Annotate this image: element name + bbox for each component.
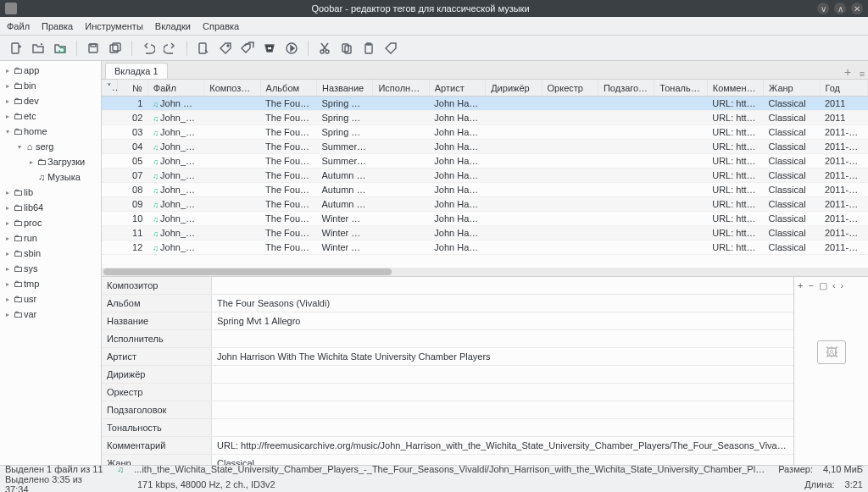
tree-item-run[interactable]: ▸🗀run bbox=[0, 230, 101, 246]
detail-value[interactable]: URL: http://freemusicarchive.org/music/J… bbox=[212, 437, 793, 454]
table-row[interactable]: 11♫John_Harri...The Four Sea...Winter Mv… bbox=[102, 226, 868, 240]
save-all-icon[interactable] bbox=[106, 39, 125, 58]
column-header[interactable]: Файл bbox=[147, 80, 203, 97]
table-row[interactable]: 09♫John_Harri...The Four Sea...Autumn Mv… bbox=[102, 197, 868, 212]
table-row[interactable]: 02♫John_Harri...The Four Sea...Spring Mv… bbox=[102, 111, 868, 125]
column-header[interactable]: Подзаголовок bbox=[598, 80, 654, 97]
expand-icon[interactable]: ▸ bbox=[3, 204, 12, 212]
tree-item-bin[interactable]: ▸🗀bin bbox=[0, 78, 101, 93]
minimize-icon[interactable]: ∨ bbox=[817, 3, 829, 14]
detail-value[interactable]: John Harrison With The Wichita State Uni… bbox=[212, 348, 793, 365]
expand-icon[interactable]: ▸ bbox=[3, 82, 12, 90]
detail-value[interactable] bbox=[212, 401, 793, 418]
play-icon[interactable] bbox=[282, 39, 301, 58]
maximize-icon[interactable]: ∧ bbox=[834, 3, 846, 14]
tag-multi-icon[interactable] bbox=[238, 39, 257, 58]
column-header[interactable]: Тональность bbox=[654, 80, 707, 97]
tree-item-var[interactable]: ▸🗀var bbox=[0, 307, 101, 322]
art-add-icon[interactable]: + bbox=[798, 280, 803, 291]
detail-row-conductor[interactable]: Дирижёр bbox=[102, 366, 793, 384]
expand-icon[interactable]: ▸ bbox=[3, 113, 12, 120]
detail-row-orchestra[interactable]: Оркестр bbox=[102, 384, 793, 401]
detail-row-artist[interactable]: АртистJohn Harrison With The Wichita Sta… bbox=[102, 348, 793, 366]
detail-row-album[interactable]: АльбомThe Four Seasons (Vivaldi) bbox=[102, 295, 793, 312]
column-header[interactable]: Композитор bbox=[204, 80, 260, 97]
tag-icon[interactable] bbox=[216, 39, 235, 58]
column-header[interactable]: Исполнитель bbox=[373, 80, 429, 97]
detail-row-composer[interactable]: Композитор bbox=[102, 277, 793, 295]
expand-icon[interactable]: ▸ bbox=[3, 219, 12, 227]
art-remove-icon[interactable]: − bbox=[808, 280, 813, 291]
detail-row-subtitle[interactable]: Подзаголовок bbox=[102, 401, 793, 419]
art-prev-icon[interactable]: ‹ bbox=[832, 280, 836, 291]
tree-item-serg[interactable]: ▾⌂serg bbox=[0, 139, 101, 154]
undo-icon[interactable] bbox=[139, 39, 158, 58]
add-folder-icon[interactable] bbox=[29, 39, 47, 58]
expand-icon[interactable]: ▸ bbox=[3, 265, 12, 273]
table-row[interactable]: 12♫John_HarrThe Four SeaWinter Mvt 3John… bbox=[102, 240, 868, 255]
detail-value[interactable] bbox=[212, 277, 793, 294]
add-file-icon[interactable] bbox=[7, 39, 25, 58]
detail-value[interactable] bbox=[212, 366, 793, 383]
column-header[interactable]: № bbox=[117, 80, 147, 97]
clear-tag-icon[interactable] bbox=[260, 39, 279, 58]
expand-icon[interactable]: ▸ bbox=[3, 189, 12, 196]
table-row[interactable]: 05♫John_Harri...The Four Sea...Summer Mv… bbox=[102, 154, 868, 169]
menu-help[interactable]: Справка bbox=[203, 21, 239, 31]
tree-item-Музыка[interactable]: ♫Музыка bbox=[0, 169, 101, 185]
table-row[interactable]: 1♫John Harr...The Four Sea...Spring Mvt … bbox=[102, 97, 868, 111]
detail-value[interactable] bbox=[212, 330, 793, 347]
table-row[interactable]: 07♫John_Harri...The Four Sea...Autumn Mv… bbox=[102, 169, 868, 183]
paste-icon[interactable] bbox=[359, 39, 378, 58]
tree-item-proc[interactable]: ▸🗀proc bbox=[0, 215, 101, 230]
art-next-icon[interactable]: › bbox=[841, 280, 844, 291]
paste-tag-icon[interactable] bbox=[381, 39, 400, 58]
close-icon[interactable]: ✕ bbox=[851, 3, 863, 14]
column-header[interactable]: Название bbox=[317, 80, 373, 97]
column-header[interactable]: Жанр bbox=[764, 80, 820, 97]
col-sort[interactable]: ˅ bbox=[102, 80, 117, 97]
column-header[interactable]: Дирижёр bbox=[486, 80, 542, 97]
menu-edit[interactable]: Правка bbox=[42, 21, 73, 31]
art-copy-icon[interactable]: ▢ bbox=[819, 280, 827, 291]
expand-icon[interactable]: ▸ bbox=[3, 67, 12, 75]
add-tab-icon[interactable]: + bbox=[839, 65, 856, 79]
detail-row-key[interactable]: Тональность bbox=[102, 419, 793, 437]
table-row[interactable]: 03♫John_Harri...The Four Sea...Spring Mv… bbox=[102, 125, 868, 140]
tree-item-home[interactable]: ▾🗀home bbox=[0, 124, 101, 139]
table-row[interactable]: 04♫John_Harri...The Four Sea...Summer Mv… bbox=[102, 140, 868, 154]
column-header[interactable]: Альбом bbox=[260, 80, 316, 97]
tree-item-tmp[interactable]: ▸🗀tmp bbox=[0, 276, 101, 291]
expand-icon[interactable]: ▸ bbox=[3, 280, 12, 288]
cut-icon[interactable] bbox=[315, 39, 334, 58]
expand-icon[interactable]: ▸ bbox=[3, 235, 12, 242]
column-header[interactable]: Год bbox=[820, 80, 868, 97]
detail-value[interactable] bbox=[212, 419, 793, 436]
tab-1[interactable]: Вкладка 1 bbox=[105, 63, 168, 79]
menu-tools[interactable]: Инструменты bbox=[85, 21, 143, 31]
folder-tree[interactable]: ▸🗀app▸🗀bin▸🗀dev▸🗀etc▾🗀home▾⌂serg▸🗀Загруз… bbox=[0, 61, 102, 465]
column-header[interactable]: Комментарий bbox=[707, 80, 763, 97]
tree-item-usr[interactable]: ▸🗀usr bbox=[0, 291, 101, 307]
expand-icon[interactable]: ▾ bbox=[15, 143, 24, 151]
table-row[interactable]: 10♫John_Harri...The Four Sea...Winter Mv… bbox=[102, 212, 868, 226]
menu-tabs[interactable]: Вкладки bbox=[155, 21, 191, 31]
menu-file[interactable]: Файл bbox=[7, 21, 30, 31]
detail-value[interactable]: Spring Mvt 1 Allegro bbox=[212, 312, 793, 329]
tree-item-Загрузки[interactable]: ▸🗀Загрузки bbox=[0, 154, 101, 169]
detail-row-comment[interactable]: КомментарийURL: http://freemusicarchive.… bbox=[102, 437, 793, 455]
tree-item-etc[interactable]: ▸🗀etc bbox=[0, 108, 101, 124]
tab-menu-icon[interactable]: ≡ bbox=[856, 69, 868, 79]
column-header[interactable]: Оркестр bbox=[542, 80, 598, 97]
expand-icon[interactable]: ▾ bbox=[3, 128, 12, 135]
tree-item-lib[interactable]: ▸🗀lib bbox=[0, 185, 101, 200]
redo-icon[interactable] bbox=[161, 39, 180, 58]
detail-value[interactable]: The Four Seasons (Vivaldi) bbox=[212, 295, 793, 312]
save-icon[interactable] bbox=[84, 39, 103, 58]
table-row[interactable]: 08♫John_Harri...The Four Sea...Autumn Mv… bbox=[102, 183, 868, 197]
expand-icon[interactable]: ▸ bbox=[3, 296, 12, 303]
expand-icon[interactable]: ▸ bbox=[3, 311, 12, 318]
edit-tags-icon[interactable] bbox=[194, 39, 213, 58]
tree-item-lib64[interactable]: ▸🗀lib64 bbox=[0, 200, 101, 215]
column-header[interactable]: Артист bbox=[429, 80, 485, 97]
